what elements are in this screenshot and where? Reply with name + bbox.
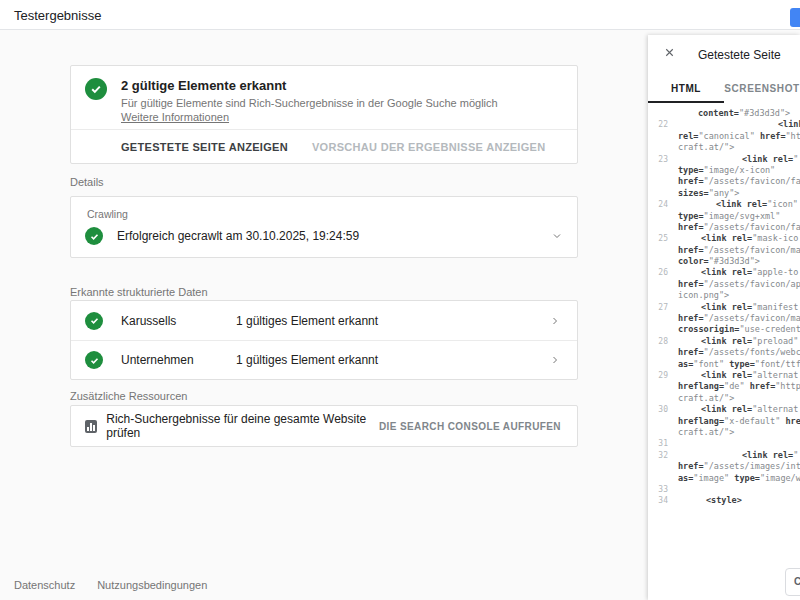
summary-subtitle: Für gültige Elemente sind Rich-Suchergeb… <box>121 97 498 109</box>
row-count-label: 1 gültiges Element erkannt <box>236 353 378 367</box>
line-number: 24 <box>648 199 668 210</box>
details-section-label: Details <box>70 176 104 188</box>
code-line: type="image/svg+xml" <box>678 211 780 222</box>
crawl-label: Crawling <box>87 208 128 220</box>
panel-title: Getestete Seite <box>698 48 781 62</box>
code-line: href="/assets/images/intro- <box>678 461 800 472</box>
line-number <box>648 108 668 119</box>
code-row: href="/assets/favicon/manif <box>648 313 800 324</box>
code-line: href="/assets/favicon/favic <box>678 176 800 187</box>
crawl-card[interactable]: Crawling Erfolgreich gecrawlt am 30.10.2… <box>70 196 578 258</box>
code-line: <link rel=" <box>678 154 798 165</box>
line-number <box>648 381 668 392</box>
preview-results-button[interactable]: VORSCHAU DER ERGEBNISSE ANZEIGEN <box>312 141 546 153</box>
code-row: href="/assets/favicon/apple <box>648 279 800 290</box>
code-row: href="/assets/favicon/favic <box>648 222 800 233</box>
open-search-console-button[interactable]: DIE SEARCH CONSOLE AUFRUFEN <box>379 421 561 432</box>
tab-html[interactable]: HTML <box>648 75 724 103</box>
line-number <box>648 324 668 335</box>
code-line: icon.png"> <box>678 290 729 301</box>
code-line: <link rel="alternat <box>678 404 798 415</box>
footer-link[interactable]: Nutzungsbedingungen <box>97 579 207 591</box>
structured-data-rows: Karussells1 gültiges Element erkanntUnte… <box>71 301 577 379</box>
code-line: sizes="any"> <box>678 188 739 199</box>
code-line: craft.at/"> <box>678 142 734 153</box>
code-line: <link rel="preload" <box>678 336 798 347</box>
code-line: crossorigin="use-credential <box>678 324 800 335</box>
crawl-check-icon <box>85 227 103 245</box>
header-blue-button[interactable] <box>790 8 800 27</box>
code-line: craft.at/"> <box>678 393 734 404</box>
code-line: craft.at/"> <box>678 427 734 438</box>
code-row: rel="canonical" href="https <box>648 131 800 142</box>
view-tested-page-button[interactable]: GETESTETE SEITE ANZEIGEN <box>121 141 288 153</box>
line-number <box>648 176 668 187</box>
code-line: <link <box>678 119 800 130</box>
code-row: 23<link rel=" <box>648 154 800 165</box>
line-number: 29 <box>648 370 668 381</box>
code-row: 24<link rel="icon" <box>648 199 800 210</box>
line-number <box>648 416 668 427</box>
top-app-bar: Testergebnisse <box>0 0 800 30</box>
code-row: as="image" type="image/webp <box>648 473 800 484</box>
code-row: 29<link rel="alternat <box>648 370 800 381</box>
tested-page-panel: Getestete Seite HTMLSCREENSHOT content="… <box>648 35 800 600</box>
chevron-right-icon[interactable] <box>549 354 561 366</box>
line-number <box>648 279 668 290</box>
code-row: 33 <box>648 484 800 495</box>
success-check-icon <box>85 78 107 100</box>
line-number <box>648 427 668 438</box>
line-number: 26 <box>648 267 668 278</box>
line-number: 22 <box>648 119 668 130</box>
code-line: href="/assets/favicon/mask- <box>678 245 800 256</box>
line-number: 31 <box>648 438 668 449</box>
code-line: as="image" type="image/webp <box>678 473 800 484</box>
code-line: <link rel="apple-to <box>678 267 798 278</box>
structured-data-card: Karussells1 gültiges Element erkanntUnte… <box>70 300 578 380</box>
code-line: hreflang="de" href="https:/ <box>678 381 800 392</box>
code-row: 25<link rel="mask-ico <box>648 233 800 244</box>
line-number: 30 <box>648 404 668 415</box>
code-row: 30<link rel="alternat <box>648 404 800 415</box>
structured-data-section-label: Erkannte strukturierte Daten <box>70 286 208 298</box>
structured-data-row[interactable]: Karussells1 gültiges Element erkannt <box>71 301 577 340</box>
code-row: sizes="any"> <box>648 188 800 199</box>
line-number: 25 <box>648 233 668 244</box>
chevron-right-icon[interactable] <box>549 315 561 327</box>
code-row: 34<style> <box>648 495 800 506</box>
code-row: href="/assets/favicon/favic <box>648 176 800 187</box>
line-number <box>648 245 668 256</box>
code-line: <link rel="mask-ico <box>678 233 798 244</box>
line-number: 28 <box>648 336 668 347</box>
code-line: type="image/x-icon" <box>678 165 775 176</box>
code-line: rel="canonical" href="https <box>678 131 800 142</box>
code-row: href="/assets/images/intro- <box>648 461 800 472</box>
structured-data-row[interactable]: Unternehmen1 gültiges Element erkannt <box>71 340 577 379</box>
line-number <box>648 461 668 472</box>
chevron-down-icon[interactable] <box>551 230 563 242</box>
row-check-icon <box>85 312 103 330</box>
code-line: href="/assets/favicon/favic <box>678 222 800 233</box>
tab-screenshot[interactable]: SCREENSHOT <box>724 75 800 103</box>
line-number <box>648 290 668 301</box>
footer-link[interactable]: Datenschutz <box>14 579 75 591</box>
copy-code-button[interactable]: CO <box>785 568 800 596</box>
code-row: 22<link <box>648 119 800 130</box>
crawl-status-text: Erfolgreich gecrawlt am 30.10.2025, 19:2… <box>117 229 359 243</box>
code-row: 27<link rel="manifest <box>648 302 800 313</box>
line-number: 33 <box>648 484 668 495</box>
code-row: 26<link rel="apple-to <box>648 267 800 278</box>
code-row: 28<link rel="preload" <box>648 336 800 347</box>
more-info-link[interactable]: Weitere Informationen <box>121 111 229 123</box>
resources-card: Rich-Suchergebnisse für deine gesamte We… <box>70 405 578 447</box>
html-code-view[interactable]: content="#3d3d3d">22<linkrel="canonical"… <box>648 105 800 600</box>
code-line: hreflang="x-default" href=" <box>678 416 800 427</box>
row-type-label: Karussells <box>121 314 236 328</box>
code-row: 32<link rel=" <box>648 450 800 461</box>
line-number <box>648 188 668 199</box>
close-icon[interactable] <box>663 46 676 59</box>
line-number <box>648 393 668 404</box>
resources-text: Rich-Suchergebnisse für deine gesamte We… <box>106 412 379 440</box>
footer-links: DatenschutzNutzungsbedingungen <box>14 579 207 591</box>
results-main: 2 gültige Elemente erkannt Für gültige E… <box>0 30 648 600</box>
